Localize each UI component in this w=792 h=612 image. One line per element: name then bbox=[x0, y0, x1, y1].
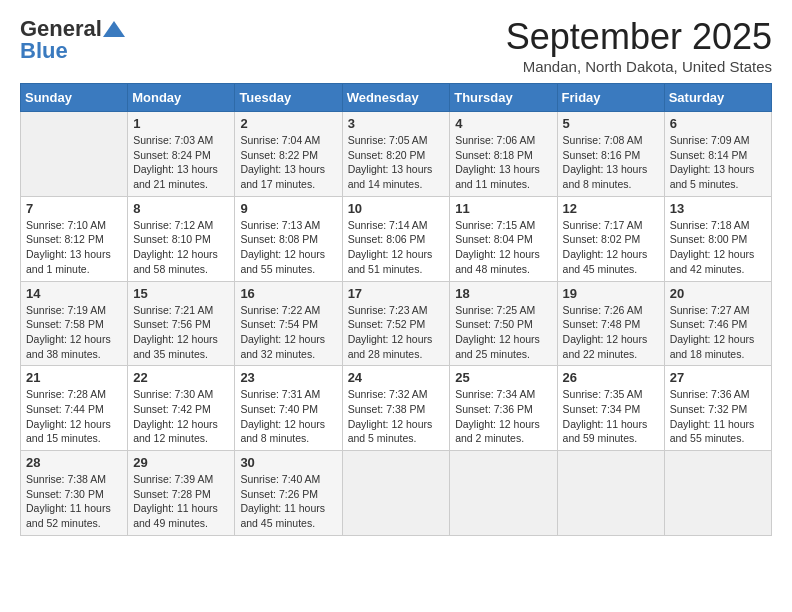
calendar-cell: 17Sunrise: 7:23 AM Sunset: 7:52 PM Dayli… bbox=[342, 281, 450, 366]
day-number: 20 bbox=[670, 286, 766, 301]
cell-content: Sunrise: 7:06 AM Sunset: 8:18 PM Dayligh… bbox=[455, 133, 551, 192]
cell-content: Sunrise: 7:14 AM Sunset: 8:06 PM Dayligh… bbox=[348, 218, 445, 277]
cell-content: Sunrise: 7:28 AM Sunset: 7:44 PM Dayligh… bbox=[26, 387, 122, 446]
page-header: General Blue September 2025 Mandan, Nort… bbox=[20, 16, 772, 75]
cell-content: Sunrise: 7:08 AM Sunset: 8:16 PM Dayligh… bbox=[563, 133, 659, 192]
calendar-cell: 2Sunrise: 7:04 AM Sunset: 8:22 PM Daylig… bbox=[235, 112, 342, 197]
day-number: 10 bbox=[348, 201, 445, 216]
logo: General Blue bbox=[20, 16, 126, 64]
cell-content: Sunrise: 7:36 AM Sunset: 7:32 PM Dayligh… bbox=[670, 387, 766, 446]
calendar-cell bbox=[557, 451, 664, 536]
cell-content: Sunrise: 7:23 AM Sunset: 7:52 PM Dayligh… bbox=[348, 303, 445, 362]
day-number: 5 bbox=[563, 116, 659, 131]
cell-content: Sunrise: 7:38 AM Sunset: 7:30 PM Dayligh… bbox=[26, 472, 122, 531]
calendar-cell: 11Sunrise: 7:15 AM Sunset: 8:04 PM Dayli… bbox=[450, 196, 557, 281]
calendar-table: SundayMondayTuesdayWednesdayThursdayFrid… bbox=[20, 83, 772, 536]
col-header-friday: Friday bbox=[557, 84, 664, 112]
cell-content: Sunrise: 7:40 AM Sunset: 7:26 PM Dayligh… bbox=[240, 472, 336, 531]
cell-content: Sunrise: 7:04 AM Sunset: 8:22 PM Dayligh… bbox=[240, 133, 336, 192]
day-number: 21 bbox=[26, 370, 122, 385]
day-number: 18 bbox=[455, 286, 551, 301]
calendar-cell: 29Sunrise: 7:39 AM Sunset: 7:28 PM Dayli… bbox=[128, 451, 235, 536]
day-number: 6 bbox=[670, 116, 766, 131]
col-header-sunday: Sunday bbox=[21, 84, 128, 112]
day-number: 27 bbox=[670, 370, 766, 385]
calendar-cell: 20Sunrise: 7:27 AM Sunset: 7:46 PM Dayli… bbox=[664, 281, 771, 366]
calendar-cell: 18Sunrise: 7:25 AM Sunset: 7:50 PM Dayli… bbox=[450, 281, 557, 366]
calendar-cell: 27Sunrise: 7:36 AM Sunset: 7:32 PM Dayli… bbox=[664, 366, 771, 451]
calendar-week-row: 7Sunrise: 7:10 AM Sunset: 8:12 PM Daylig… bbox=[21, 196, 772, 281]
calendar-week-row: 21Sunrise: 7:28 AM Sunset: 7:44 PM Dayli… bbox=[21, 366, 772, 451]
day-number: 11 bbox=[455, 201, 551, 216]
col-header-saturday: Saturday bbox=[664, 84, 771, 112]
day-number: 12 bbox=[563, 201, 659, 216]
calendar-week-row: 28Sunrise: 7:38 AM Sunset: 7:30 PM Dayli… bbox=[21, 451, 772, 536]
day-number: 24 bbox=[348, 370, 445, 385]
day-number: 17 bbox=[348, 286, 445, 301]
day-number: 1 bbox=[133, 116, 229, 131]
cell-content: Sunrise: 7:21 AM Sunset: 7:56 PM Dayligh… bbox=[133, 303, 229, 362]
calendar-cell: 9Sunrise: 7:13 AM Sunset: 8:08 PM Daylig… bbox=[235, 196, 342, 281]
calendar-cell: 15Sunrise: 7:21 AM Sunset: 7:56 PM Dayli… bbox=[128, 281, 235, 366]
col-header-monday: Monday bbox=[128, 84, 235, 112]
calendar-cell bbox=[664, 451, 771, 536]
svg-marker-0 bbox=[103, 21, 125, 37]
calendar-cell: 24Sunrise: 7:32 AM Sunset: 7:38 PM Dayli… bbox=[342, 366, 450, 451]
calendar-cell bbox=[450, 451, 557, 536]
calendar-cell: 5Sunrise: 7:08 AM Sunset: 8:16 PM Daylig… bbox=[557, 112, 664, 197]
calendar-cell: 28Sunrise: 7:38 AM Sunset: 7:30 PM Dayli… bbox=[21, 451, 128, 536]
cell-content: Sunrise: 7:18 AM Sunset: 8:00 PM Dayligh… bbox=[670, 218, 766, 277]
day-number: 30 bbox=[240, 455, 336, 470]
calendar-cell: 13Sunrise: 7:18 AM Sunset: 8:00 PM Dayli… bbox=[664, 196, 771, 281]
calendar-cell bbox=[21, 112, 128, 197]
month-title: September 2025 bbox=[506, 16, 772, 58]
calendar-cell: 30Sunrise: 7:40 AM Sunset: 7:26 PM Dayli… bbox=[235, 451, 342, 536]
calendar-cell: 16Sunrise: 7:22 AM Sunset: 7:54 PM Dayli… bbox=[235, 281, 342, 366]
calendar-cell: 19Sunrise: 7:26 AM Sunset: 7:48 PM Dayli… bbox=[557, 281, 664, 366]
day-number: 15 bbox=[133, 286, 229, 301]
day-number: 29 bbox=[133, 455, 229, 470]
day-number: 25 bbox=[455, 370, 551, 385]
cell-content: Sunrise: 7:26 AM Sunset: 7:48 PM Dayligh… bbox=[563, 303, 659, 362]
calendar-cell: 8Sunrise: 7:12 AM Sunset: 8:10 PM Daylig… bbox=[128, 196, 235, 281]
cell-content: Sunrise: 7:34 AM Sunset: 7:36 PM Dayligh… bbox=[455, 387, 551, 446]
calendar-cell: 4Sunrise: 7:06 AM Sunset: 8:18 PM Daylig… bbox=[450, 112, 557, 197]
cell-content: Sunrise: 7:17 AM Sunset: 8:02 PM Dayligh… bbox=[563, 218, 659, 277]
cell-content: Sunrise: 7:31 AM Sunset: 7:40 PM Dayligh… bbox=[240, 387, 336, 446]
calendar-cell: 14Sunrise: 7:19 AM Sunset: 7:58 PM Dayli… bbox=[21, 281, 128, 366]
title-block: September 2025 Mandan, North Dakota, Uni… bbox=[506, 16, 772, 75]
day-number: 8 bbox=[133, 201, 229, 216]
cell-content: Sunrise: 7:19 AM Sunset: 7:58 PM Dayligh… bbox=[26, 303, 122, 362]
cell-content: Sunrise: 7:35 AM Sunset: 7:34 PM Dayligh… bbox=[563, 387, 659, 446]
calendar-cell: 26Sunrise: 7:35 AM Sunset: 7:34 PM Dayli… bbox=[557, 366, 664, 451]
day-number: 16 bbox=[240, 286, 336, 301]
cell-content: Sunrise: 7:03 AM Sunset: 8:24 PM Dayligh… bbox=[133, 133, 229, 192]
day-number: 14 bbox=[26, 286, 122, 301]
calendar-cell: 21Sunrise: 7:28 AM Sunset: 7:44 PM Dayli… bbox=[21, 366, 128, 451]
day-number: 19 bbox=[563, 286, 659, 301]
calendar-cell: 10Sunrise: 7:14 AM Sunset: 8:06 PM Dayli… bbox=[342, 196, 450, 281]
cell-content: Sunrise: 7:32 AM Sunset: 7:38 PM Dayligh… bbox=[348, 387, 445, 446]
day-number: 13 bbox=[670, 201, 766, 216]
cell-content: Sunrise: 7:30 AM Sunset: 7:42 PM Dayligh… bbox=[133, 387, 229, 446]
cell-content: Sunrise: 7:12 AM Sunset: 8:10 PM Dayligh… bbox=[133, 218, 229, 277]
cell-content: Sunrise: 7:25 AM Sunset: 7:50 PM Dayligh… bbox=[455, 303, 551, 362]
day-number: 26 bbox=[563, 370, 659, 385]
calendar-cell: 6Sunrise: 7:09 AM Sunset: 8:14 PM Daylig… bbox=[664, 112, 771, 197]
day-number: 2 bbox=[240, 116, 336, 131]
day-number: 7 bbox=[26, 201, 122, 216]
col-header-wednesday: Wednesday bbox=[342, 84, 450, 112]
calendar-cell: 1Sunrise: 7:03 AM Sunset: 8:24 PM Daylig… bbox=[128, 112, 235, 197]
day-number: 4 bbox=[455, 116, 551, 131]
cell-content: Sunrise: 7:13 AM Sunset: 8:08 PM Dayligh… bbox=[240, 218, 336, 277]
col-header-tuesday: Tuesday bbox=[235, 84, 342, 112]
calendar-cell: 22Sunrise: 7:30 AM Sunset: 7:42 PM Dayli… bbox=[128, 366, 235, 451]
day-number: 23 bbox=[240, 370, 336, 385]
calendar-cell: 25Sunrise: 7:34 AM Sunset: 7:36 PM Dayli… bbox=[450, 366, 557, 451]
calendar-cell: 7Sunrise: 7:10 AM Sunset: 8:12 PM Daylig… bbox=[21, 196, 128, 281]
calendar-header-row: SundayMondayTuesdayWednesdayThursdayFrid… bbox=[21, 84, 772, 112]
col-header-thursday: Thursday bbox=[450, 84, 557, 112]
cell-content: Sunrise: 7:10 AM Sunset: 8:12 PM Dayligh… bbox=[26, 218, 122, 277]
location: Mandan, North Dakota, United States bbox=[506, 58, 772, 75]
logo-blue: Blue bbox=[20, 38, 68, 64]
